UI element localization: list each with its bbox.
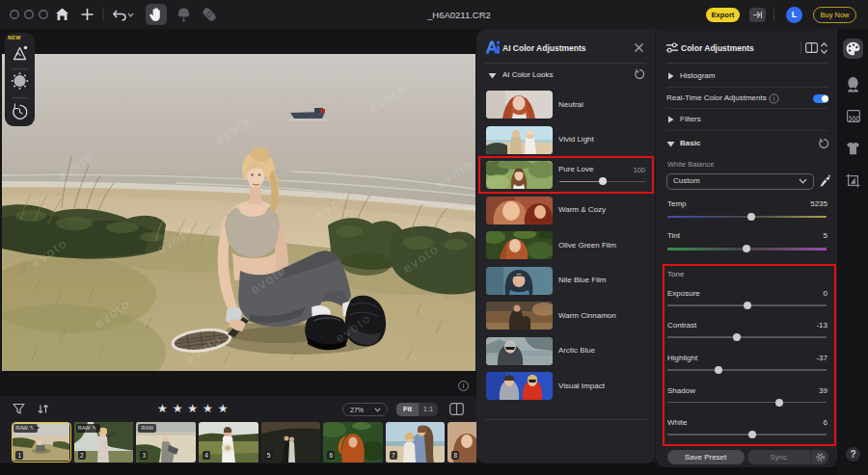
svg-text:i: i [773,95,774,102]
